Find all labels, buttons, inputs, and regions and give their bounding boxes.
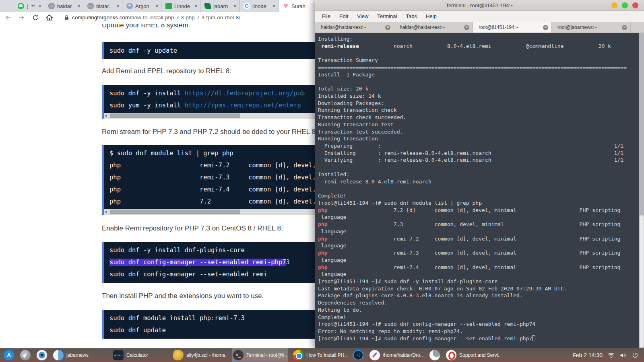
terminal-icon: >_ [233,350,244,360]
tab-close-icon[interactable]: × [77,3,80,9]
terminal-line: remi-release-8.0-4.el8.remi.noarch [318,178,638,185]
terminal-titlebar[interactable]: Terminal - root@li1451-194:~ [315,0,644,11]
taskbar-window-7[interactable]: >_Terminal - root@li... [232,348,288,362]
tab-close-icon[interactable]: × [543,25,548,30]
taskbar-launcher-11[interactable] [428,348,441,362]
tab-close-icon[interactable]: × [385,25,390,30]
taskbar-window-label: Terminal - root@li... [246,352,287,358]
terminal-line: ========================================… [318,64,638,71]
tab-close-icon[interactable]: × [116,3,120,9]
calculator-icon: +-×= [113,350,124,360]
taskbar-launcher-1[interactable]: A [2,348,15,362]
taskbar-window-8[interactable]: How To Install PH... [292,348,348,362]
reload-button[interactable] [31,14,39,22]
terminal-line: [root@li1451-194 ~]# sudo dnf config-man… [318,335,638,342]
browser-tab-7[interactable]: Glinode× [239,0,279,12]
terminal-line: Installing: [318,35,638,43]
terminal-line: Preparing : 1/1 [318,142,638,150]
forward-button[interactable] [18,14,26,22]
maximize-button[interactable] [622,2,628,8]
terminal-line: Downloading Packages: [318,100,638,107]
taskbar-launcher-3[interactable] [35,348,48,362]
terminal-line [318,164,638,171]
window-controls [611,2,644,8]
terminal-line [318,49,638,57]
tab-close-icon[interactable]: × [622,25,627,30]
terminal-scrollbar-thumb[interactable] [640,215,644,348]
vscode-icon: ◁ [353,350,363,360]
tab-label: Argon [135,3,153,9]
terminal-window: Terminal - root@li1451-194:~ FileEditVie… [315,0,644,348]
taskbar-window-12[interactable]: Support and Servi... [445,348,501,362]
terminal-tab-1[interactable]: haidar@haidar-test:~× [315,22,394,33]
terminal-line: Nothing to do. [318,306,638,314]
taskbar: Ajabarnews+-×=Calculatoraliy4jb.sql - /h… [0,348,644,362]
opera-icon [446,350,456,360]
menu-item-file[interactable]: File [318,12,334,21]
terminal-line: php remi-7.2 common [d], devel, minimal … [318,235,638,243]
menu-item-edit[interactable]: Edit [336,12,352,21]
minimize-button[interactable] [611,2,617,8]
taskbar-window-10[interactable]: /home/haidar/Dro... [368,348,425,362]
heart-icon: ♥ [283,3,289,9]
tab-close-icon[interactable]: × [233,3,237,9]
terminal-line: [root@li1451-194 ~]# sudo dnf -y install… [318,278,638,285]
taskbar-launcher-9[interactable]: ◁ [352,348,365,362]
scrollbar-thumb[interactable] [110,113,240,118]
taskbar-window-4[interactable]: jabarnews [52,348,108,362]
browser-tab-3[interactable]: bistar.× [83,0,122,12]
terminal-tab-4[interactable]: root@jabarnews:~× [552,22,631,33]
tab-label: bistar. [96,3,114,9]
url-path: /how-to-install-php-7-3-php-7-3-fpm-on-r… [130,14,240,21]
scroll-left-arrow-icon[interactable] [105,210,107,214]
globe-icon [87,3,94,9]
menu-item-help[interactable]: Help [422,12,440,21]
terminal-line: Installed: [318,171,638,178]
taskbar-window-6[interactable]: aliy4jb.sql - /home... [172,348,228,362]
tab-label: linode [252,3,270,9]
terminal-screen[interactable]: Installing: remi-release noarch 8.0-4.el… [315,33,644,348]
menu-item-tabs[interactable]: Tabs [402,12,420,21]
terminal-line: Package dnf-plugins-core-4.0.8-3.el8.noa… [318,292,638,299]
wifi-icon[interactable] [608,352,615,358]
google-icon: G [244,3,250,9]
system-tray: Feb 2 14:30 [572,352,642,358]
terminal-tab-2[interactable]: haidar@haidar-test:~× [394,22,473,33]
browser-tab-6[interactable]: jabarn× [200,0,239,12]
back-button[interactable] [4,14,12,22]
close-button[interactable] [632,2,638,8]
terminal-scrollbar[interactable] [639,33,644,348]
leaf-icon [204,3,211,9]
terminal-line: language [318,257,638,264]
menu-item-terminal[interactable]: Terminal [374,12,400,21]
terminal-title: Terminal - root@li1451-194:~ [315,2,644,8]
tab-close-icon[interactable]: × [272,3,276,9]
menu-item-view[interactable]: View [353,12,372,21]
terminal-line: Install 1 Package [318,71,638,78]
eye-icon [37,350,47,360]
linode-icon [165,3,172,9]
terminal-tab-3[interactable]: root@li1451-194:~× [473,22,552,33]
tab-close-icon[interactable]: × [464,25,469,30]
scrollbar-thumb[interactable] [110,210,240,214]
terminal-line: php 7.2 [d] common [d], devel, minimal P… [318,207,638,214]
tab-close-icon[interactable]: × [194,3,198,9]
terminal-tab-label: haidar@haidar-test:~ [321,25,383,30]
browser-tab-2[interactable]: haidar× [44,0,83,12]
browser-tab-5[interactable]: Linode× [161,0,200,12]
scroll-left-arrow-icon[interactable] [105,114,107,117]
terminal-menubar: FileEditViewTerminalTabsHelp [315,11,644,22]
taskbar-launcher-2[interactable] [19,348,32,362]
power-icon[interactable] [632,352,638,358]
browser-tab-4[interactable]: Argon× [122,0,161,12]
browser-tab-1[interactable]: (1)× [14,0,44,12]
tab-label: (1) [27,3,29,9]
terminal-line: Error: No matching repo to modify: remi-… [318,328,638,335]
volume-icon[interactable] [620,352,627,358]
taskbar-window-label: aliy4jb.sql - /home... [186,352,227,358]
desktop: (1)×haidar×bistar.×Argon×Linode×jabarn×G… [0,0,644,362]
tab-close-icon[interactable]: × [38,3,41,9]
tab-close-icon[interactable]: × [155,3,159,9]
home-button[interactable] [45,14,53,22]
taskbar-window-5[interactable]: +-×=Calculator [112,348,168,362]
